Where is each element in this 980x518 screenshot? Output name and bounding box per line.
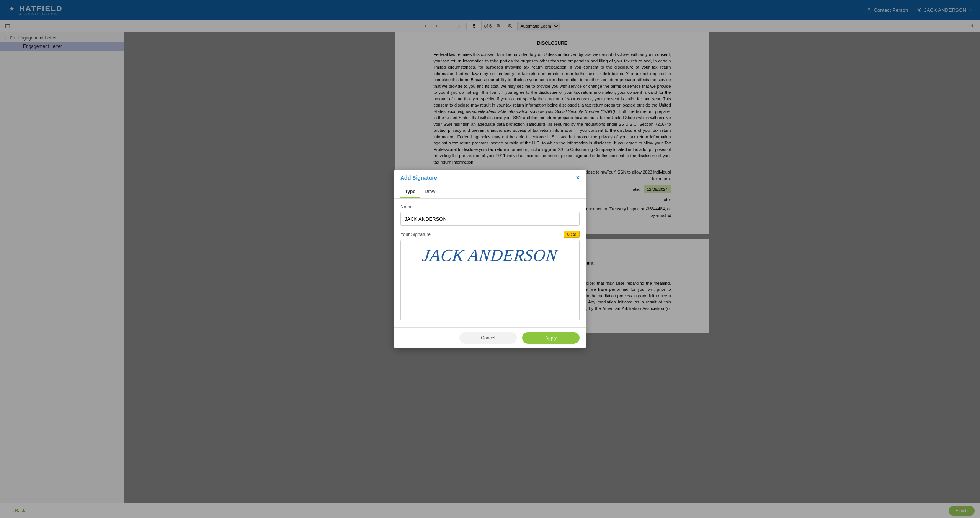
apply-button[interactable]: Apply: [522, 332, 580, 344]
add-signature-modal: Add Signature × Type Draw Name Your Sign…: [394, 170, 586, 348]
modal-title: Add Signature: [400, 175, 437, 181]
name-input[interactable]: [400, 212, 580, 226]
modal-tabs: Type Draw: [394, 186, 586, 198]
cancel-button[interactable]: Cancel: [459, 332, 517, 344]
name-label: Name: [400, 204, 580, 210]
signature-preview: JACK ANDERSON: [400, 240, 580, 320]
signature-text: JACK ANDERSON: [421, 246, 559, 265]
tab-draw[interactable]: Draw: [420, 186, 440, 198]
tab-type[interactable]: Type: [400, 186, 420, 198]
modal-close-button[interactable]: ×: [576, 174, 580, 181]
clear-button[interactable]: Clear: [564, 231, 580, 238]
signature-label: Your Signature: [400, 232, 431, 237]
